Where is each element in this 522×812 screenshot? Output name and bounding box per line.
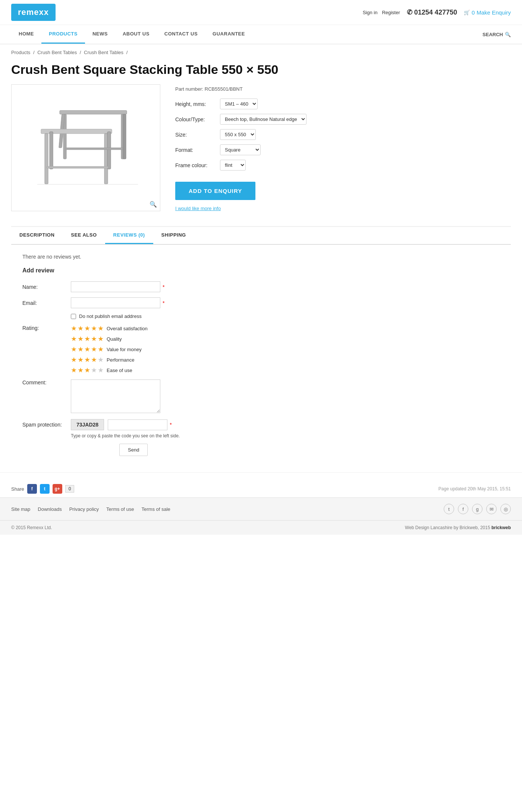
nav-contact[interactable]: CONTACT US — [157, 25, 205, 44]
sign-in-link[interactable]: Sign in — [363, 10, 378, 15]
star-5-empty[interactable]: ★ — [98, 366, 104, 374]
product-image — [22, 92, 149, 204]
tab-shipping[interactable]: SHIPPING — [153, 227, 194, 244]
register-link[interactable]: Register — [382, 10, 400, 15]
rating-label: Rating: — [22, 324, 71, 331]
search-button[interactable]: SEARCH 🔍 — [482, 32, 511, 37]
tab-see-also[interactable]: SEE ALSO — [63, 227, 105, 244]
value-label: Value for money — [107, 347, 142, 352]
footer-terms-use[interactable]: Terms of use — [106, 506, 134, 512]
spam-code: 73JAD28 — [71, 419, 104, 430]
footer-terms-sale[interactable]: Terms of sale — [142, 506, 170, 512]
star-1[interactable]: ★ — [71, 356, 77, 364]
svg-rect-10 — [65, 148, 123, 150]
height-label: Height, mms: — [175, 101, 216, 107]
publish-checkbox[interactable] — [71, 314, 76, 319]
make-enquiry-label: Make Enquiry — [477, 9, 511, 16]
twitter-share[interactable]: t — [40, 484, 50, 494]
nav-about[interactable]: ABOUT US — [115, 25, 157, 44]
footer-social: t f g ✉ ◎ — [444, 504, 511, 514]
breadcrumb-products[interactable]: Products — [11, 50, 30, 55]
add-to-enquiry-button[interactable]: ADD TO ENQUIRY — [175, 182, 255, 200]
googleplus-share[interactable]: g+ — [53, 484, 62, 494]
tabs-section: DESCRIPTION SEE ALSO REVIEWS (0) SHIPPIN… — [11, 226, 511, 465]
logo[interactable]: remexx — [11, 4, 56, 21]
spam-protection-label: Spam protection: — [22, 422, 71, 428]
star-2[interactable]: ★ — [78, 366, 84, 374]
credit-text: Web Design Lancashire by Brickweb, 2015 — [405, 525, 490, 530]
footer-twitter-icon[interactable]: t — [444, 504, 454, 514]
star-4[interactable]: ★ — [91, 335, 97, 343]
tab-description[interactable]: DESCRIPTION — [11, 227, 63, 244]
send-row: Send — [71, 444, 500, 456]
comment-row: Comment: — [22, 380, 500, 413]
nav-products[interactable]: PRODUCTS — [41, 25, 85, 44]
svg-rect-11 — [123, 114, 126, 159]
make-enquiry-link[interactable]: 🛒 0 Make Enquiry — [464, 9, 511, 16]
footer-googleplus-icon[interactable]: g — [472, 504, 482, 514]
star-1[interactable]: ★ — [71, 324, 77, 332]
part-number-label: Part number: — [175, 86, 203, 92]
facebook-share[interactable]: f — [27, 484, 37, 494]
nav-news[interactable]: NEWS — [85, 25, 115, 44]
star-5[interactable]: ★ — [98, 324, 104, 332]
footer-rss-icon[interactable]: ◎ — [500, 504, 511, 514]
star-1[interactable]: ★ — [71, 335, 77, 343]
spam-hint: Type or copy & paste the code you see on… — [71, 433, 500, 438]
page-updated: Page updated 20th May 2015, 15:51 — [438, 486, 511, 491]
star-1[interactable]: ★ — [71, 345, 77, 353]
cart-count: 0 — [472, 9, 475, 16]
performance-stars: ★ ★ ★ ★ ★ — [71, 356, 104, 364]
svg-rect-0 — [60, 110, 127, 114]
zoom-icon[interactable]: 🔍 — [150, 201, 157, 208]
star-3[interactable]: ★ — [84, 356, 90, 364]
footer-privacy[interactable]: Privacy policy — [69, 506, 99, 512]
breadcrumb-crush-bent-2[interactable]: Crush Bent Tables — [84, 50, 123, 55]
star-3[interactable]: ★ — [84, 366, 90, 374]
star-2[interactable]: ★ — [78, 335, 84, 343]
footer-email-icon[interactable]: ✉ — [486, 504, 497, 514]
star-5-empty[interactable]: ★ — [98, 356, 104, 364]
product-details: Part number: RCB55501/BBNT Height, mms: … — [175, 84, 511, 211]
spam-input[interactable] — [108, 419, 167, 430]
height-select[interactable]: SM1 – 460 SM2 – 530 SM3 – 600 — [220, 99, 258, 109]
breadcrumb: Products / Crush Bent Tables / Crush Ben… — [0, 44, 522, 60]
star-4[interactable]: ★ — [91, 324, 97, 332]
format-select[interactable]: Square Round Rectangular — [220, 144, 261, 155]
star-4[interactable]: ★ — [91, 345, 97, 353]
star-3[interactable]: ★ — [84, 345, 90, 353]
name-row: Name: * — [22, 281, 500, 292]
more-info-link[interactable]: I would like more info — [175, 206, 221, 211]
email-input[interactable] — [71, 297, 160, 308]
email-required: * — [163, 300, 164, 306]
colour-select[interactable]: Beech top, Bullnose Natural edge Grey to… — [220, 114, 306, 125]
tab-reviews[interactable]: REVIEWS (0) — [105, 227, 153, 244]
size-select[interactable]: 550 x 550 600 x 600 700 x 700 — [220, 129, 256, 140]
cart-icon: 🛒 — [464, 10, 470, 15]
star-5[interactable]: ★ — [98, 335, 104, 343]
star-2[interactable]: ★ — [78, 324, 84, 332]
footer-facebook-icon[interactable]: f — [458, 504, 468, 514]
star-4-empty[interactable]: ★ — [91, 366, 97, 374]
star-2[interactable]: ★ — [78, 356, 84, 364]
footer-sitemap[interactable]: Site map — [11, 506, 30, 512]
comment-textarea[interactable] — [71, 380, 160, 413]
nav-guarantee[interactable]: GUARANTEE — [205, 25, 252, 44]
star-3[interactable]: ★ — [84, 335, 90, 343]
star-3[interactable]: ★ — [84, 324, 90, 332]
breadcrumb-crush-bent-1[interactable]: Crush Bent Tables — [37, 50, 77, 55]
send-button[interactable]: Send — [119, 444, 148, 456]
star-1[interactable]: ★ — [71, 366, 77, 374]
frame-colour-select[interactable]: flint silver black — [220, 160, 246, 171]
nav-home[interactable]: HOME — [11, 25, 41, 44]
svg-rect-5 — [45, 134, 48, 184]
star-4[interactable]: ★ — [91, 356, 97, 364]
format-label: Format: — [175, 147, 216, 153]
star-5[interactable]: ★ — [98, 345, 104, 353]
footer-downloads[interactable]: Downloads — [38, 506, 62, 512]
name-input[interactable] — [71, 281, 160, 292]
star-2[interactable]: ★ — [78, 345, 84, 353]
height-option: Height, mms: SM1 – 460 SM2 – 530 SM3 – 6… — [175, 99, 511, 109]
footer-credit: Web Design Lancashire by Brickweb, 2015 … — [405, 525, 511, 530]
name-label: Name: — [22, 284, 71, 290]
